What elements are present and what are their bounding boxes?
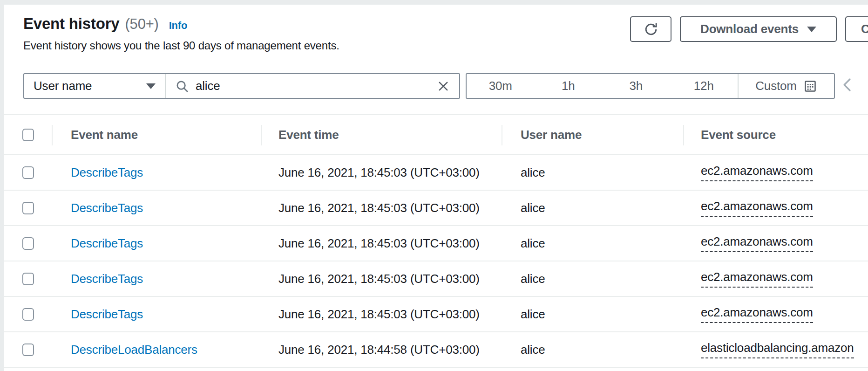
time-range-30m[interactable]: 30m [467, 74, 535, 98]
clear-filter-button[interactable] [437, 80, 450, 93]
event-source-cell: ec2.amazonaws.com [683, 199, 868, 217]
user-name-cell: alice [502, 343, 683, 357]
user-name-cell: alice [502, 201, 683, 215]
close-icon [437, 80, 450, 93]
filter-attribute-select[interactable]: User name [24, 74, 166, 98]
event-source-cell: elasticloadbalancing.amazon [683, 341, 868, 358]
page-left-edge [0, 5, 4, 371]
time-range-custom[interactable]: Custom [738, 74, 834, 98]
refresh-icon [643, 21, 659, 37]
event-filter-control: User name [23, 73, 460, 99]
table-row: DescribeTags June 16, 2021, 18:45:03 (UT… [4, 155, 868, 191]
event-source-tooltip-text[interactable]: ec2.amazonaws.com [701, 164, 813, 181]
event-time-cell: June 16, 2021, 18:44:58 (UTC+03:00) [261, 343, 502, 357]
select-all-cell [4, 115, 52, 154]
event-source-cell: ec2.amazonaws.com [683, 164, 868, 181]
event-history-page: Event history (50+) Info Event history s… [0, 0, 868, 371]
event-name-link[interactable]: DescribeTags [52, 272, 261, 286]
page-description: Event history shows you the last 90 days… [23, 39, 339, 52]
column-header-event-source[interactable]: Event source [683, 115, 868, 154]
event-source-tooltip-text[interactable]: ec2.amazonaws.com [701, 234, 813, 252]
calendar-grid-icon [803, 79, 817, 93]
filter-search-area [166, 74, 459, 98]
event-source-tooltip-text[interactable]: ec2.amazonaws.com [701, 199, 813, 217]
chevron-down-icon [807, 27, 816, 32]
table-header-row: Event name Event time User name Event so… [4, 115, 868, 155]
page-top-edge [0, 0, 868, 5]
event-source-tooltip-text[interactable]: ec2.amazonaws.com [701, 305, 813, 323]
page-title: Event history [23, 15, 119, 33]
time-range-1h[interactable]: 1h [535, 74, 603, 98]
download-events-button[interactable]: Download events [680, 16, 837, 42]
event-time-cell: June 16, 2021, 18:45:03 (UTC+03:00) [261, 272, 502, 286]
event-time-cell: June 16, 2021, 18:45:03 (UTC+03:00) [261, 307, 502, 322]
table-body: DescribeTags June 16, 2021, 18:45:03 (UT… [4, 155, 868, 368]
row-checkbox[interactable] [22, 166, 34, 179]
event-history-table: Event name Event time User name Event so… [4, 115, 868, 368]
event-time-cell: June 16, 2021, 18:45:03 (UTC+03:00) [261, 236, 502, 251]
custom-range-label: Custom [755, 79, 796, 93]
row-checkbox[interactable] [22, 237, 34, 250]
column-header-event-time[interactable]: Event time [261, 115, 502, 154]
event-name-link[interactable]: DescribeTags [52, 307, 261, 322]
table-row: DescribeTags June 16, 2021, 18:45:03 (UT… [4, 226, 868, 261]
chevron-down-icon [146, 83, 156, 89]
user-name-cell: alice [502, 307, 683, 322]
event-time-cell: June 16, 2021, 18:45:03 (UTC+03:00) [261, 165, 502, 180]
user-name-cell: alice [502, 165, 683, 180]
user-name-cell: alice [502, 272, 683, 286]
time-range-3h[interactable]: 3h [602, 74, 670, 98]
table-row: DescribeTags June 16, 2021, 18:45:03 (UT… [4, 191, 868, 226]
search-icon [175, 79, 189, 93]
clipped-right-button-label: C [861, 22, 868, 36]
row-checkbox[interactable] [22, 308, 34, 321]
download-events-label: Download events [700, 22, 799, 36]
select-all-checkbox[interactable] [22, 129, 34, 141]
event-name-link[interactable]: DescribeLoadBalancers [52, 343, 261, 357]
table-row: DescribeTags June 16, 2021, 18:45:03 (UT… [4, 297, 868, 332]
event-source-cell: ec2.amazonaws.com [683, 234, 868, 252]
page-header: Event history (50+) Info [23, 15, 187, 33]
info-link[interactable]: Info [169, 20, 188, 32]
row-checkbox[interactable] [22, 273, 34, 285]
time-range-12h[interactable]: 12h [670, 74, 738, 98]
event-source-tooltip-text[interactable]: ec2.amazonaws.com [701, 270, 813, 288]
result-count-badge: (50+) [125, 16, 158, 33]
row-checkbox[interactable] [22, 202, 34, 214]
refresh-button[interactable] [630, 16, 671, 42]
event-source-cell: ec2.amazonaws.com [683, 270, 868, 288]
time-range-selector: 30m 1h 3h 12h Custom [466, 73, 835, 99]
event-source-tooltip-text[interactable]: elasticloadbalancing.amazon [701, 341, 854, 358]
filter-attribute-value: User name [34, 79, 92, 93]
event-name-link[interactable]: DescribeTags [52, 201, 261, 215]
event-name-link[interactable]: DescribeTags [52, 165, 261, 180]
clipped-right-button[interactable]: C [845, 16, 868, 42]
column-header-user-name[interactable]: User name [502, 115, 683, 154]
user-name-cell: alice [502, 236, 683, 251]
event-name-link[interactable]: DescribeTags [52, 236, 261, 251]
table-row: DescribeLoadBalancers June 16, 2021, 18:… [4, 332, 868, 368]
search-input[interactable] [196, 79, 437, 93]
event-source-cell: ec2.amazonaws.com [683, 305, 868, 323]
event-time-cell: June 16, 2021, 18:45:03 (UTC+03:00) [261, 201, 502, 215]
table-row: DescribeTags June 16, 2021, 18:45:03 (UT… [4, 261, 868, 297]
row-checkbox[interactable] [22, 344, 34, 356]
column-header-event-name[interactable]: Event name [52, 115, 261, 154]
collapse-panel-chevron-left-icon[interactable] [841, 76, 853, 96]
